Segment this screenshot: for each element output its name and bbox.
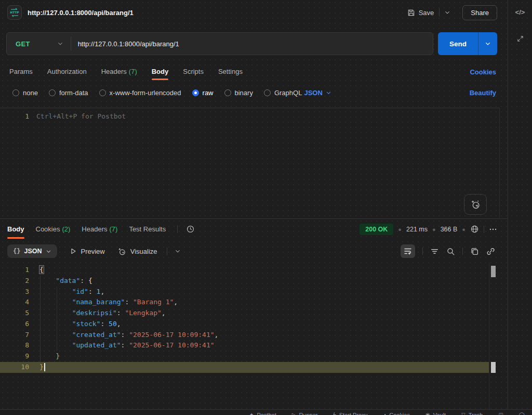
code-line: 6 "stock": 50, [0, 319, 489, 330]
footer-label: Vault [433, 412, 446, 415]
footer-label: Trash [469, 412, 483, 415]
tab-cookies[interactable]: Cookies(2) [36, 220, 71, 239]
scrollbar-track [489, 263, 489, 409]
svg-text:HTTP: HTTP [10, 11, 19, 14]
footer-vault[interactable]: ◉Vault [425, 412, 446, 415]
response-format-select[interactable]: {} JSON [7, 244, 57, 258]
response-time[interactable]: 221 ms [406, 226, 428, 233]
footer-cookies[interactable]: ◔Cookies [383, 412, 410, 415]
bodytype-binary[interactable]: binary [224, 89, 253, 97]
response-size[interactable]: 366 B [441, 226, 458, 233]
footer-trash[interactable]: ▽Trash [461, 412, 483, 415]
visualize-button[interactable]: Visualize [117, 247, 157, 256]
beautify-button[interactable]: Beautify [470, 89, 496, 97]
footer-runner[interactable]: ▷Runner [292, 412, 318, 415]
tab-headers[interactable]: Headers(7) [101, 64, 137, 80]
code-line: 10} [0, 362, 489, 373]
response-body-editor[interactable]: 1{2 "data": {3 "id": 1,4 "nama_barang": … [0, 263, 500, 409]
copy-response-icon[interactable] [470, 247, 479, 256]
tab-scripts[interactable]: Scripts [183, 64, 204, 80]
bodytype-form-data[interactable]: form-data [49, 89, 88, 97]
indent-guide [57, 287, 57, 351]
line-number: 6 [0, 319, 29, 330]
scrollbar-thumb[interactable] [491, 266, 496, 277]
save-options-chevron[interactable] [440, 6, 455, 19]
radio-unselected-icon [12, 89, 19, 96]
divider [71, 37, 71, 50]
request-body-editor[interactable]: 1 Ctrl+Alt+P for Postbot [0, 108, 500, 218]
tab-body[interactable]: Body [152, 64, 169, 80]
bodytype-graphql[interactable]: GraphQL [264, 89, 302, 97]
visualize-options-chevron[interactable] [175, 248, 181, 254]
tab-label: Test Results [129, 225, 166, 233]
line-number: 8 [0, 340, 29, 351]
line-number: 1 [0, 265, 29, 276]
status-badge[interactable]: 200 OK [360, 224, 393, 235]
tab-headers[interactable]: Headers(7) [82, 220, 117, 239]
format-chevron-icon [46, 249, 51, 254]
tab-params[interactable]: Params [9, 64, 33, 80]
method-chevron-icon[interactable] [57, 41, 63, 47]
postbot-button[interactable] [464, 194, 487, 215]
send-options-chevron[interactable] [478, 41, 497, 47]
code-line: 3 "id": 1, [0, 287, 489, 297]
code-snippet-icon[interactable]: </> [515, 8, 525, 16]
send-button[interactable]: Send [438, 32, 497, 55]
line-number: 2 [0, 276, 29, 287]
tab-count: (7) [129, 68, 137, 75]
preview-button[interactable]: Preview [70, 248, 105, 255]
link-response-icon[interactable] [486, 247, 495, 256]
text-cursor [44, 363, 45, 371]
help-icon: ◯ [519, 412, 525, 415]
footer-start-proxy[interactable]: ϟStart Proxy [333, 412, 367, 415]
tab-settings[interactable]: Settings [218, 64, 243, 80]
body-type-row: noneform-datax-www-form-urlencodedrawbin… [0, 84, 508, 101]
bodytype-none[interactable]: none [12, 89, 38, 97]
play-icon [70, 248, 77, 255]
tab-count: (2) [62, 225, 70, 233]
footer-panes-icon[interactable]: ◫ [498, 412, 503, 415]
send-label: Send [438, 40, 478, 48]
bodytype-raw[interactable]: raw [192, 89, 214, 97]
share-button[interactable]: Share [462, 5, 497, 20]
code-text: "deskripsi": "Lengkap", [29, 308, 166, 319]
request-header-bar: HTTP http://127.0.0.1:8000/api/barang/1 … [0, 0, 508, 25]
footer-trash-icon: ▽ [461, 412, 466, 415]
footer-help-icon[interactable]: ◯ [519, 412, 525, 415]
tab-body[interactable]: Body [7, 220, 24, 239]
dot-separator: ● [432, 226, 436, 232]
body-language-select[interactable]: JSON [304, 89, 331, 97]
response-toolbar: {} JSON Preview Visualize [0, 240, 508, 262]
bodytype-x-www-form-urlencoded[interactable]: x-www-form-urlencoded [99, 89, 181, 97]
indent-guide [40, 276, 41, 362]
network-globe-icon[interactable] [470, 225, 479, 234]
bodytype-label: none [23, 89, 38, 97]
scrollbar-cursor-marker[interactable] [491, 362, 496, 373]
resize-panes-icon[interactable] [516, 35, 524, 43]
tab-label: Cookies [36, 225, 60, 233]
filter-results-icon[interactable] [430, 247, 439, 256]
line-number: 5 [0, 308, 29, 319]
cookies-link[interactable]: Cookies [470, 68, 496, 76]
tab-authorization[interactable]: Authorization [47, 64, 87, 80]
more-options-icon[interactable] [489, 225, 497, 234]
tab-label: Settings [218, 68, 243, 75]
response-status-group: 200 OK ● 221 ms ● 366 B ● [360, 224, 497, 235]
save-button[interactable]: Save [402, 6, 440, 20]
response-history-icon[interactable] [186, 225, 195, 234]
divider [484, 226, 484, 233]
bodytype-label: raw [203, 89, 214, 97]
radio-unselected-icon [264, 89, 271, 96]
panes-icon: ◫ [498, 412, 503, 415]
radio-selected-icon [192, 89, 199, 96]
divider [422, 248, 423, 255]
save-floppy-icon [407, 9, 415, 17]
footer-label: Runner [299, 412, 317, 415]
tab-test-results[interactable]: Test Results [129, 220, 166, 239]
search-response-icon[interactable] [446, 247, 455, 256]
word-wrap-button[interactable] [401, 244, 415, 258]
url-input[interactable]: http://127.0.0.1:8000/api/barang/1 [78, 40, 179, 48]
method-selector[interactable]: GET [16, 40, 30, 48]
line-number: 3 [0, 287, 29, 297]
footer-postbot[interactable]: ✦Postbot [249, 412, 276, 415]
